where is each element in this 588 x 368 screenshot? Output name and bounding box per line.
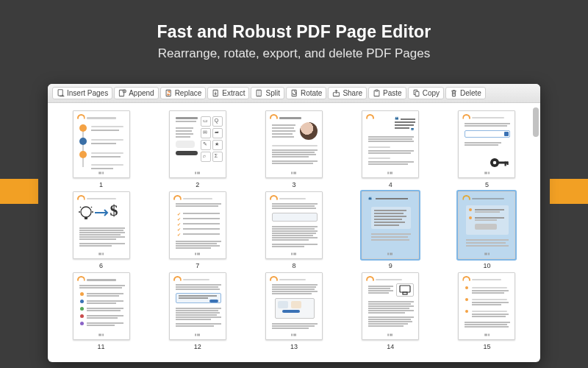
btn-label: Append	[129, 90, 154, 97]
btn-label: Rotate	[301, 90, 322, 97]
btn-label: Insert Pages	[67, 90, 108, 97]
page-number: 10	[483, 261, 490, 269]
svg-point-13	[493, 161, 497, 165]
page-subtitle: Rearrange, rotate, export, and delete PD…	[0, 42, 588, 61]
page-thumb-9[interactable]: ❝ ▮▮▮ 9	[356, 191, 425, 269]
btn-label: Share	[343, 90, 362, 97]
thumbnail-grid: ▮▮▮ 1	[48, 103, 540, 355]
page-thumb-13[interactable]: ▮▮▮ 13	[259, 272, 329, 350]
page-append-icon	[118, 89, 126, 97]
btn-label: Replace	[175, 90, 202, 97]
page-thumb-5[interactable]: ▮▮▮ 5	[452, 110, 521, 188]
page-number: 3	[292, 180, 295, 188]
page-thumb-6[interactable]: $ ▮▮▮ 6	[67, 191, 136, 269]
page-number: 8	[292, 261, 295, 269]
svg-rect-19	[403, 292, 407, 294]
svg-rect-9	[376, 90, 378, 91]
page-thumb-11[interactable]: ▮▮▮ 11	[67, 272, 136, 350]
thumbnail-area: ▮▮▮ 1	[48, 103, 540, 362]
decor-stripe-right	[550, 179, 588, 204]
page-number: 7	[196, 261, 199, 269]
btn-label: Delete	[460, 90, 481, 97]
page-extract-icon	[212, 89, 220, 97]
copy-icon	[412, 89, 420, 97]
rotate-button[interactable]: Rotate	[286, 87, 326, 99]
page-plus-icon	[57, 89, 65, 97]
editor-window: Insert Pages Append Replace Extract Spli…	[48, 84, 540, 362]
page-replace-icon	[165, 89, 173, 97]
page-thumb-10[interactable]: ▮▮▮ 10	[452, 191, 521, 269]
page-number: 11	[98, 342, 105, 350]
svg-point-17	[81, 207, 91, 217]
page-thumb-4[interactable]: ❝ ❞ ▮▮▮ 4	[356, 110, 425, 188]
share-button[interactable]: Share	[328, 87, 367, 99]
split-button[interactable]: Split	[251, 87, 284, 99]
replace-button[interactable]: Replace	[160, 87, 207, 99]
page-thumb-2[interactable]: ▭ Q ✉ ➦ ✎ ★ ⌕ Σ ▮▮▮ 2	[163, 110, 232, 188]
svg-rect-11	[415, 91, 419, 96]
btn-label: Extract	[222, 90, 245, 97]
vertical-scrollbar[interactable]	[533, 107, 539, 137]
svg-rect-18	[400, 286, 410, 292]
svg-rect-16	[507, 162, 509, 166]
page-number: 9	[389, 261, 392, 269]
btn-label: Split	[265, 90, 279, 97]
paste-icon	[373, 89, 381, 97]
btn-label: Paste	[383, 90, 402, 97]
svg-rect-14	[498, 162, 509, 164]
extract-button[interactable]: Extract	[207, 87, 249, 99]
page-title: Fast and Robust PDF Page Editor	[0, 0, 588, 42]
page-number: 13	[290, 342, 298, 350]
toolbar: Insert Pages Append Replace Extract Spli…	[48, 84, 540, 103]
page-number: 5	[485, 180, 489, 188]
page-thumb-8[interactable]: ▮▮▮ 8	[259, 191, 329, 269]
svg-rect-15	[505, 162, 506, 166]
page-number: 4	[389, 180, 392, 188]
page-number: 12	[194, 342, 201, 350]
page-thumb-14[interactable]: ▮▮▮ 14	[356, 272, 425, 350]
svg-rect-0	[58, 90, 62, 96]
split-icon	[255, 89, 263, 97]
append-button[interactable]: Append	[114, 87, 158, 99]
btn-label: Copy	[423, 90, 440, 97]
decor-stripe-left	[0, 179, 38, 204]
page-thumb-12[interactable]: ▮▮▮ 12	[163, 272, 232, 350]
page-thumb-7[interactable]: ✔ ✔ ✔ ✔ ✔ ▮▮▮ 7	[163, 191, 232, 269]
page-thumb-1[interactable]: ▮▮▮ 1	[67, 110, 136, 188]
page-number: 2	[196, 180, 199, 188]
insert-pages-button[interactable]: Insert Pages	[52, 87, 112, 99]
paste-button[interactable]: Paste	[368, 87, 406, 99]
key-icon	[488, 154, 510, 171]
page-thumb-15[interactable]: ▮▮▮ 15	[452, 272, 521, 350]
page-number: 15	[483, 342, 490, 350]
share-icon	[332, 89, 340, 97]
trash-icon	[450, 89, 458, 97]
copy-button[interactable]: Copy	[408, 87, 444, 99]
page-number: 1	[99, 180, 103, 188]
page-number: 14	[387, 342, 394, 350]
page-number: 6	[99, 261, 103, 269]
rotate-icon	[290, 89, 298, 97]
delete-button[interactable]: Delete	[445, 87, 486, 99]
page-thumb-3[interactable]: ▮▮▮ 3	[259, 110, 329, 188]
